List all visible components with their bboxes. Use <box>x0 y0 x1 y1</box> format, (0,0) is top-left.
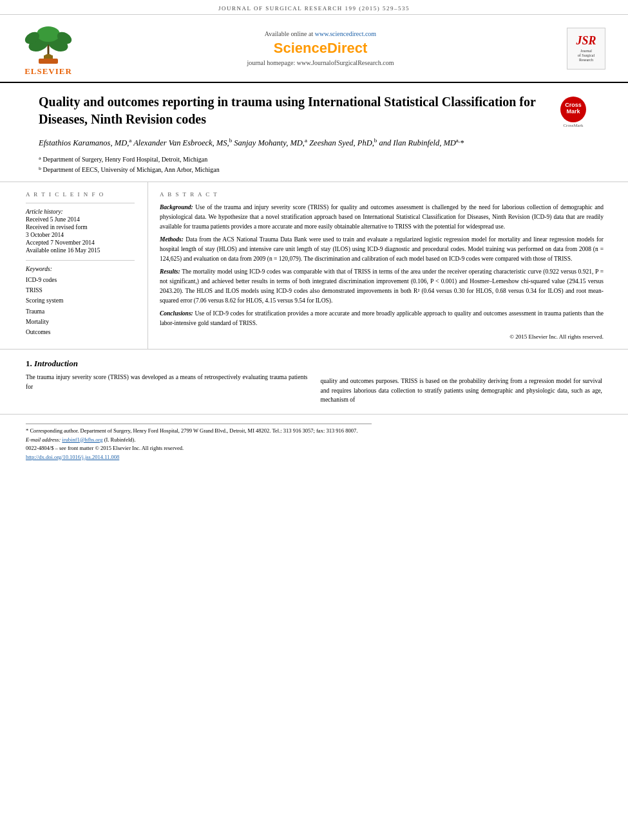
keyword-triss: TRISS <box>26 285 135 295</box>
crossmark-label: CrossMark <box>563 123 583 128</box>
crossmark-icon: Cross Mark <box>560 96 587 123</box>
intro-left-text: The trauma injury severity score (TRISS)… <box>26 373 308 391</box>
received-revised-label: Received in revised form <box>26 224 135 230</box>
introduction-right: quality and outcomes purposes. TRISS is … <box>321 359 603 405</box>
svg-text:Mark: Mark <box>566 108 580 115</box>
intro-right-text: quality and outcomes purposes. TRISS is … <box>321 377 603 405</box>
jsr-logo: JSR Journalof SurgicalResearch <box>557 28 615 70</box>
introduction-left: 1. Introduction The trauma injury severi… <box>26 359 308 405</box>
email-link[interactable]: irubinf1@hfhs.org <box>62 436 102 443</box>
footer: * Corresponding author. Department of Su… <box>0 414 628 468</box>
journal-homepage: journal homepage: www.JournalofSurgicalR… <box>247 59 394 66</box>
keyword-mortality: Mortality <box>26 317 135 327</box>
svg-rect-7 <box>39 59 58 64</box>
svg-text:Cross: Cross <box>565 102 582 108</box>
elsevier-wordmark: ELSEVIER <box>24 66 72 77</box>
authors: Efstathios Karamanos, MD,a Alexander Van… <box>39 136 551 149</box>
affiliation-b: ᵇ Department of EECS, University of Mich… <box>39 165 551 175</box>
sciencedirect-logo: ScienceDirect <box>274 40 368 57</box>
elsevier-logo: ELSEVIER <box>13 20 84 77</box>
banner-center: Available online at www.sciencedirect.co… <box>90 30 551 66</box>
received-date: Received 5 June 2014 <box>26 216 135 223</box>
article-info-column: A R T I C L E I N F O Article history: R… <box>13 182 148 349</box>
jsr-letters: JSR <box>576 34 596 48</box>
keywords-section: Keywords: ICD-9 codes TRISS Scoring syst… <box>26 266 135 337</box>
keyword-outcomes: Outcomes <box>26 327 135 337</box>
jsr-subtitle: Journalof SurgicalResearch <box>578 49 595 63</box>
top-banner: ELSEVIER Available online at www.science… <box>0 15 628 83</box>
article-title: Quality and outcomes reporting in trauma… <box>39 93 551 128</box>
accepted-date: Accepted 7 November 2014 <box>26 239 135 246</box>
available-online-date: Available online 16 May 2015 <box>26 247 135 254</box>
abstract-column: A B S T R A C T Background: Use of the t… <box>148 182 615 349</box>
affiliations: ᵃ Department of Surgery, Henry Ford Hosp… <box>39 154 551 175</box>
title-section: Quality and outcomes reporting in trauma… <box>0 83 628 182</box>
section-number: 1. Introduction <box>26 359 308 369</box>
abstract-background: Background: Use of the trauma and injury… <box>160 203 604 231</box>
keyword-icd9: ICD-9 codes <box>26 275 135 285</box>
article-info-abstract: A R T I C L E I N F O Article history: R… <box>0 182 628 350</box>
doi-link[interactable]: http://dx.doi.org/10.1016/j.jss.2014.11.… <box>26 454 119 460</box>
available-online-text: Available online at www.sciencedirect.co… <box>265 30 376 37</box>
received-revised-date: 3 October 2014 <box>26 232 135 238</box>
crossmark-badge: Cross Mark CrossMark <box>557 93 589 128</box>
abstract-conclusions: Conclusions: Use of ICD-9 codes for stra… <box>160 309 604 328</box>
copyright-line: © 2015 Elsevier Inc. All rights reserved… <box>160 333 604 340</box>
svg-point-4 <box>37 26 60 42</box>
article-history: Article history: Received 5 June 2014 Re… <box>26 209 135 254</box>
abstract-results: Results: The mortality model using ICD-9… <box>160 267 604 305</box>
issn-line: 0022-4804/$ – see front matter © 2015 El… <box>26 444 602 453</box>
journal-header: JOURNAL OF SURGICAL RESEARCH 199 (2015) … <box>0 0 628 15</box>
abstract-methods: Methods: Data from the ACS National Trau… <box>160 235 604 263</box>
doi-line: http://dx.doi.org/10.1016/j.jss.2014.11.… <box>26 453 602 462</box>
email-line: E-mail address: irubinf1@hfhs.org (I. Ru… <box>26 436 602 445</box>
keyword-trauma: Trauma <box>26 306 135 317</box>
sciencedirect-url[interactable]: www.sciencedirect.com <box>315 30 376 37</box>
corresponding-author: * Corresponding author. Department of Su… <box>26 427 602 436</box>
history-label: Article history: <box>26 209 135 215</box>
abstract-label: A B S T R A C T <box>160 191 604 198</box>
keyword-scoring: Scoring system <box>26 295 135 306</box>
svg-point-8 <box>44 54 52 58</box>
article-info-label: A R T I C L E I N F O <box>26 191 135 198</box>
main-content: 1. Introduction The trauma injury severi… <box>0 350 628 414</box>
affiliation-a: ᵃ Department of Surgery, Henry Ford Hosp… <box>39 154 551 165</box>
elsevier-tree-icon <box>19 20 77 65</box>
keywords-label: Keywords: <box>26 266 135 272</box>
